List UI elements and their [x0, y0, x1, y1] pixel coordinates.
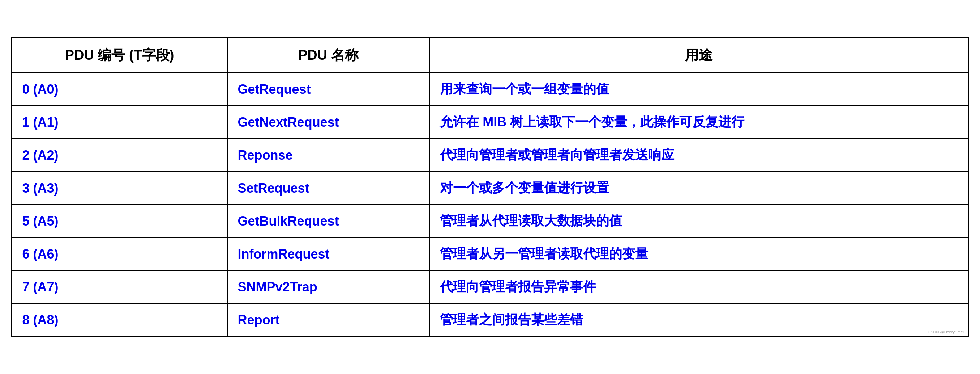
cell-pdu-number: 1 (A1)	[11, 106, 228, 139]
cell-pdu-name: Reponse	[228, 139, 430, 172]
cell-pdu-number: 6 (A6)	[11, 238, 228, 270]
table-row: 6 (A6)InformRequest管理者从另一管理者读取代理的变量	[11, 238, 969, 270]
page-container: PDU 编号 (T字段) PDU 名称 用途 0 (A0)GetRequest用…	[0, 0, 980, 374]
table-header-row: PDU 编号 (T字段) PDU 名称 用途	[11, 38, 969, 73]
cell-pdu-description: 代理向管理者报告异常事件	[430, 270, 969, 304]
cell-pdu-number: 0 (A0)	[11, 73, 228, 106]
table-wrapper: PDU 编号 (T字段) PDU 名称 用途 0 (A0)GetRequest用…	[11, 37, 969, 337]
cell-pdu-number: 8 (A8)	[11, 304, 228, 337]
header-pdu-usage: 用途	[430, 38, 969, 73]
cell-pdu-name: GetRequest	[228, 73, 430, 106]
cell-pdu-description: 管理者之间报告某些差错	[430, 304, 969, 337]
cell-pdu-number: 3 (A3)	[11, 172, 228, 205]
cell-pdu-number: 5 (A5)	[11, 205, 228, 238]
cell-pdu-description: 用来查询一个或一组变量的值	[430, 73, 969, 106]
watermark: CSDN @HenrySmell	[928, 330, 964, 334]
header-pdu-number: PDU 编号 (T字段)	[11, 38, 228, 73]
table-row: 1 (A1)GetNextRequest允许在 MIB 树上读取下一个变量，此操…	[11, 106, 969, 139]
cell-pdu-number: 2 (A2)	[11, 139, 228, 172]
cell-pdu-name: SetRequest	[228, 172, 430, 205]
cell-pdu-name: GetNextRequest	[228, 106, 430, 139]
cell-pdu-name: InformRequest	[228, 238, 430, 270]
cell-pdu-description: 代理向管理者或管理者向管理者发送响应	[430, 139, 969, 172]
table-row: 8 (A8)Report管理者之间报告某些差错	[11, 304, 969, 337]
table-row: 5 (A5)GetBulkRequest管理者从代理读取大数据块的值	[11, 205, 969, 238]
pdu-table: PDU 编号 (T字段) PDU 名称 用途 0 (A0)GetRequest用…	[11, 37, 969, 337]
cell-pdu-name: SNMPv2Trap	[228, 270, 430, 304]
cell-pdu-description: 允许在 MIB 树上读取下一个变量，此操作可反复进行	[430, 106, 969, 139]
cell-pdu-name: GetBulkRequest	[228, 205, 430, 238]
cell-pdu-description: 管理者从另一管理者读取代理的变量	[430, 238, 969, 270]
table-row: 2 (A2)Reponse代理向管理者或管理者向管理者发送响应	[11, 139, 969, 172]
cell-pdu-description: 对一个或多个变量值进行设置	[430, 172, 969, 205]
header-pdu-name: PDU 名称	[228, 38, 430, 73]
table-row: 7 (A7)SNMPv2Trap代理向管理者报告异常事件	[11, 270, 969, 304]
cell-pdu-number: 7 (A7)	[11, 270, 228, 304]
cell-pdu-name: Report	[228, 304, 430, 337]
table-row: 3 (A3)SetRequest对一个或多个变量值进行设置	[11, 172, 969, 205]
cell-pdu-description: 管理者从代理读取大数据块的值	[430, 205, 969, 238]
table-row: 0 (A0)GetRequest用来查询一个或一组变量的值	[11, 73, 969, 106]
